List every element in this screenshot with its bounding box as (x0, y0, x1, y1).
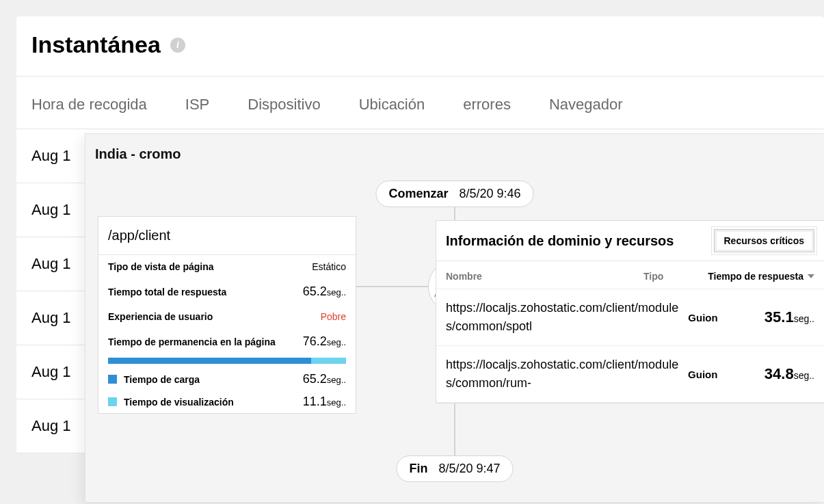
swatch-load-icon (108, 375, 117, 384)
domain-resources-title: Información de dominio y recursos (446, 233, 674, 249)
stat-value: Estático (312, 261, 346, 272)
detail-header: India - cromo (85, 134, 824, 176)
legend-label: Tiempo de visualización (124, 397, 234, 408)
tab-isp[interactable]: ISP (185, 96, 209, 114)
timeline-start-pill: Comenzar 8/5/20 9:46 (375, 181, 533, 207)
legend-value: 65.2seg.. (303, 372, 346, 386)
timeline-end-pill: Fin 8/5/20 9:47 (396, 455, 513, 482)
page-metrics-card: /app/client Tipo de vista de página Está… (98, 216, 356, 414)
timeline-end-value: 8/5/20 9:47 (438, 462, 500, 476)
resource-response: 34.8seg.. (723, 365, 814, 383)
tab-location[interactable]: Ubicación (359, 96, 425, 114)
stat-page-view-type: Tipo de vista de página Estático (98, 255, 356, 278)
domain-resources-header: Información de dominio y recursos Recurs… (436, 221, 824, 261)
stat-label: Tiempo de permanencia en la página (108, 336, 276, 347)
domain-resources-card: Información de dominio y recursos Recurs… (436, 220, 824, 403)
tab-device[interactable]: Dispositivo (248, 96, 320, 114)
tab-browser[interactable]: Navegador (549, 96, 623, 114)
timeline-end-label: Fin (409, 462, 427, 476)
column-name[interactable]: Nombre (446, 271, 643, 282)
timeline-start-value: 8/5/20 9:46 (459, 187, 520, 201)
column-type[interactable]: Tipo (643, 271, 691, 282)
critical-resources-button[interactable]: Recursos críticos (714, 229, 815, 252)
resource-response: 35.1seg.. (723, 308, 814, 326)
legend-view-time: Tiempo de visualización 11.1seg.. (98, 390, 356, 413)
detail-panel: India - cromo Comenzar 8/5/20 9:46 9:46 … (85, 133, 824, 503)
stat-label: Tiempo total de respuesta (108, 287, 226, 297)
resource-row[interactable]: https://localjs.zohostatic.com/client/mo… (436, 289, 824, 346)
stat-total-response: Tiempo total de respuesta 65.2seg.. (98, 278, 356, 305)
stat-dwell-time: Tiempo de permanencia en la página 76.2s… (98, 328, 356, 355)
page-title-wrap: Instantánea i (16, 31, 824, 77)
connector-left (356, 286, 429, 287)
page-title: Instantánea (31, 31, 161, 58)
stat-value: 76.2seg.. (303, 334, 346, 349)
tabs-row: Hora de recogida ISP Dispositivo Ubicaci… (16, 77, 824, 129)
swatch-view-icon (108, 397, 117, 406)
resource-row[interactable]: https://localjs.zohostatic.com/client/mo… (436, 346, 824, 403)
stat-value: 65.2seg.. (303, 284, 346, 299)
resources-table-header: Nombre Tipo Tiempo de respuesta (436, 261, 824, 289)
bar-segment-load (108, 358, 311, 364)
legend-label: Tiempo de carga (124, 374, 200, 385)
bar-segment-view (311, 358, 346, 364)
tab-collection-time[interactable]: Hora de recogida (31, 96, 147, 114)
legend-value: 11.1seg.. (303, 395, 346, 409)
resource-type: Guion (688, 312, 723, 323)
legend-load-time: Tiempo de carga 65.2seg.. (98, 368, 356, 390)
page-path: /app/client (98, 217, 356, 255)
stat-label: Tipo de vista de página (108, 261, 214, 272)
stat-label: Experiencia de usuario (108, 311, 213, 322)
dwell-time-bar-bg (108, 358, 346, 364)
dwell-time-bar (98, 355, 356, 368)
resource-name: https://localjs.zohostatic.com/client/mo… (446, 299, 688, 336)
sort-desc-icon (808, 274, 814, 278)
stat-user-experience: Experiencia de usuario Pobre (98, 305, 356, 328)
tab-errors[interactable]: errores (463, 96, 511, 114)
resource-name: https://localjs.zohostatic.com/client/mo… (446, 356, 688, 393)
column-response[interactable]: Tiempo de respuesta (691, 271, 814, 282)
info-icon[interactable]: i (170, 38, 185, 53)
timeline-start-label: Comenzar (388, 187, 448, 201)
stat-value-poor: Pobre (321, 311, 346, 322)
resource-type: Guion (688, 369, 723, 380)
